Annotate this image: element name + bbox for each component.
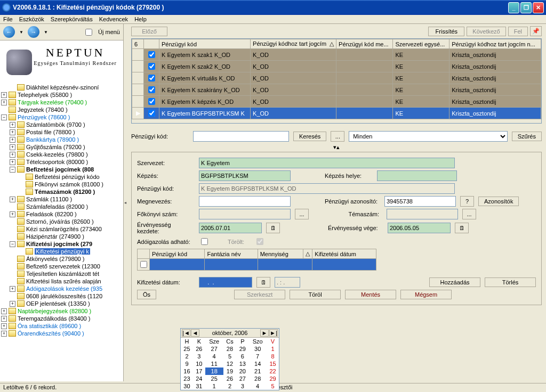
add-button[interactable]: Hozzáadás [429, 277, 480, 287]
cal-day[interactable]: 20 [236, 368, 248, 375]
cal-day[interactable]: 12 [223, 360, 237, 368]
cal-day[interactable]: 1 [205, 382, 223, 390]
cal-next-icon[interactable]: ► [260, 329, 269, 337]
name-field[interactable] [199, 196, 291, 207]
cal-day[interactable]: 3 [236, 382, 248, 390]
tree-item[interactable]: Számlafeladás (82000 ) [1, 203, 122, 210]
navigation-tree[interactable]: Diákhitel képzésnév-szinoní+Telephelyek … [0, 83, 123, 381]
tree-item[interactable]: +Naptárbejegyzések (82800 ) [1, 307, 122, 315]
cal-day[interactable]: 22 [267, 368, 279, 375]
cal-day[interactable]: 2 [223, 382, 237, 390]
tree-item[interactable]: +Tételcsoportok (80000 ) [1, 158, 122, 166]
main-grid[interactable]: 6Pénzügyi kódPénzügyi kódhoz tart jogcím… [131, 38, 542, 124]
tree-expander-icon[interactable]: + [10, 144, 15, 150]
tree-expander-icon[interactable]: + [1, 100, 7, 105]
tree-item[interactable]: Főkönyvi számok (81000 ) [1, 181, 122, 188]
cal-day[interactable]: 14 [248, 360, 267, 368]
refresh-button[interactable]: Frissítés [428, 27, 464, 36]
calendar-popup[interactable]: |◄◄ október, 2006 ►►| HKSzeCsPSzoV252627… [180, 328, 279, 390]
topic-more-button[interactable]: ... [462, 209, 476, 219]
cal-day[interactable]: 16 [181, 368, 193, 375]
tree-item[interactable]: 0608 járulékösszesítés (1120 [1, 292, 122, 300]
cal-day[interactable]: 28 [248, 375, 267, 382]
cal-last-icon[interactable]: ►| [269, 329, 278, 337]
ledger-more-button[interactable]: ... [295, 209, 309, 219]
tree-expander-icon[interactable]: + [10, 152, 15, 158]
prev-button[interactable]: Előző [131, 27, 167, 36]
tree-expander-icon[interactable]: + [10, 137, 15, 143]
tree-item[interactable]: −Kifizetési jogcímek (279 [1, 240, 122, 248]
table-row[interactable]: ▶K Egyetem BGFPSBTPLKSM KK_ODKEKriszta_o… [132, 108, 541, 119]
tree-expander-icon[interactable]: + [10, 286, 15, 292]
tree-item[interactable]: +Telephelyek (55800 ) [1, 91, 122, 99]
nav-back-icon[interactable]: ← [3, 26, 15, 38]
cal-day[interactable]: 28 [223, 345, 237, 353]
tree-item[interactable]: Kifizetési lista szűrés alapján [1, 277, 122, 285]
table-row[interactable]: K Egyetem K virtuális K_ODK_ODKEKriszta_… [132, 72, 541, 84]
cal-day[interactable]: 23 [181, 375, 193, 382]
tree-expander-icon[interactable]: − [10, 167, 15, 173]
cal-day[interactable]: 25 [205, 375, 223, 382]
cal-day[interactable]: 3 [193, 353, 205, 360]
tree-expander-icon[interactable]: + [1, 92, 7, 98]
tree-item[interactable]: +Postai file (78800 ) [1, 128, 122, 136]
tree-item[interactable]: Témaszámok (81200 ) [1, 188, 122, 195]
cal-day[interactable]: 31 [193, 382, 205, 390]
cal-day[interactable]: 13 [236, 360, 248, 368]
menu-tools[interactable]: Eszközök [19, 16, 44, 22]
tree-expander-icon[interactable]: + [10, 197, 15, 202]
tree-item[interactable]: +Teremgazdálkodás (83400 ) [1, 315, 122, 322]
tree-item[interactable]: +Órarendkészítés (90400 ) [1, 330, 122, 337]
tree-expander-icon[interactable]: − [1, 115, 7, 120]
cal-day[interactable]: 15 [267, 360, 279, 368]
ids-button[interactable]: Azonosítók [478, 197, 519, 206]
expand-handle[interactable]: ▾▴ [131, 144, 542, 151]
tree-item[interactable]: +Számlatömbök (9700 ) [1, 121, 122, 128]
cal-day[interactable]: 26 [223, 375, 237, 382]
tree-item[interactable]: Jegyzetek (78400 ) [1, 106, 122, 113]
all-button[interactable]: Ös [137, 290, 156, 299]
cal-day[interactable]: 5 [267, 382, 279, 390]
filter-button[interactable]: Szűrés [512, 132, 542, 141]
edit-button[interactable]: Szerkeszt [234, 290, 285, 299]
maximize-button[interactable]: ❐ [520, 2, 532, 13]
up-button[interactable]: Fel [508, 27, 528, 36]
tree-item[interactable]: Diákhitel képzésnév-szinoní [1, 84, 122, 91]
tree-item[interactable]: +Feladások (82200 ) [1, 210, 122, 218]
minimize-button[interactable]: _ [508, 2, 519, 13]
tree-item[interactable]: +Adóigazolások kezelése (935 [1, 285, 122, 292]
paytime-field[interactable] [275, 277, 300, 288]
cal-day[interactable]: 21 [248, 368, 267, 375]
tree-expander-icon[interactable]: − [10, 241, 15, 247]
remove-button[interactable]: Törlés [485, 277, 536, 287]
search-button[interactable]: Keresés [293, 132, 326, 141]
tree-expander-icon[interactable]: + [10, 211, 15, 217]
tree-item[interactable]: Házipénztár (274900 ) [1, 233, 122, 240]
tree-item[interactable]: +Gyűjtőszámla (79200 ) [1, 143, 122, 151]
tree-item[interactable]: Átkönyvelés (279800 ) [1, 255, 122, 263]
taxcert-checkbox[interactable] [201, 238, 208, 245]
new-menu-checkbox[interactable] [85, 29, 92, 36]
tree-item[interactable]: +Óra statisztikák (89600 ) [1, 322, 122, 330]
nav-fwd-icon[interactable]: → [28, 26, 39, 38]
course-place-field[interactable] [377, 170, 457, 181]
cal-day[interactable]: 30 [181, 382, 193, 390]
cal-day[interactable]: 1 [267, 345, 279, 353]
help-button[interactable]: ? [460, 196, 474, 207]
cal-day[interactable]: 27 [236, 375, 248, 382]
nav-fwd-dd[interactable]: ▼ [44, 30, 48, 35]
cal-day[interactable]: 17 [193, 368, 205, 375]
tree-expander-icon[interactable]: + [1, 331, 7, 337]
tree-item[interactable]: −Pénzügyek (78600 ) [1, 113, 122, 121]
tree-item[interactable]: +Csekk-kezelés (79800 ) [1, 151, 122, 158]
cal-day[interactable]: 4 [205, 353, 223, 360]
valid-to-field[interactable] [388, 223, 451, 233]
menu-role[interactable]: Szerepkörváltás [51, 16, 93, 22]
cal-first-icon[interactable]: |◄ [182, 329, 190, 337]
cal-day[interactable]: 11 [205, 360, 223, 368]
tree-item[interactable]: Befizető szervezetek (12300 [1, 263, 122, 270]
tree-item[interactable]: +Tárgyak kezelése (70400 ) [1, 99, 122, 106]
valid-to-cal-icon[interactable]: 🗓 [455, 223, 469, 233]
cal-day[interactable]: 5 [223, 353, 237, 360]
cal-day[interactable]: 27 [205, 345, 223, 353]
